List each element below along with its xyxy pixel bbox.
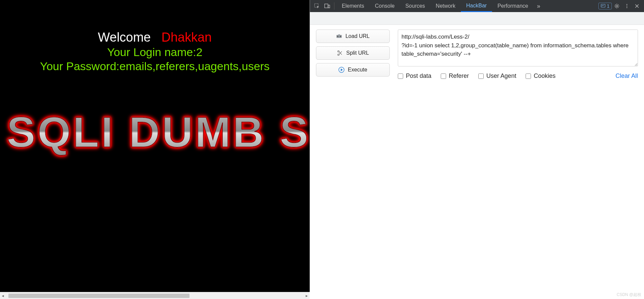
devtools-panel: Elements Console Sources Network HackBar…	[310, 0, 644, 292]
post-data-option[interactable]: Post data	[398, 72, 431, 80]
hackbar-options-row: Post data Referer User Agent Cookie	[398, 72, 638, 80]
scroll-thumb[interactable]	[8, 294, 190, 298]
svg-rect-1	[325, 4, 328, 8]
svg-rect-3	[601, 4, 605, 7]
svg-point-4	[616, 5, 618, 7]
svg-point-12	[338, 51, 339, 52]
tab-performance[interactable]: Performance	[492, 0, 534, 12]
more-tabs-icon[interactable]: »	[534, 1, 544, 11]
hackbar-pane: Load URL Split URL Execute	[310, 25, 644, 82]
watermark: CSDN @超枝	[616, 292, 641, 298]
url-textarea[interactable]	[398, 30, 638, 66]
separator	[334, 2, 334, 10]
cookies-label: Cookies	[534, 72, 555, 80]
load-url-button[interactable]: Load URL	[316, 30, 390, 43]
welcome-label: Welcome	[98, 30, 151, 44]
kebab-menu-icon[interactable]	[622, 1, 632, 11]
tab-sources[interactable]: Sources	[400, 0, 430, 12]
messages-count: 1	[607, 3, 609, 9]
devtools-header: Elements Console Sources Network HackBar…	[310, 0, 644, 12]
referer-checkbox[interactable]	[441, 73, 446, 79]
tab-hackbar[interactable]: HackBar	[461, 0, 492, 12]
cookies-option[interactable]: Cookies	[526, 72, 555, 80]
devtools-tabs: Elements Console Sources Network HackBar…	[336, 0, 544, 12]
svg-point-7	[627, 7, 628, 8]
welcome-line: Welcome Dhakkan	[0, 30, 310, 45]
load-url-icon	[336, 33, 342, 39]
scroll-left-arrow[interactable]: ◄	[0, 293, 6, 299]
user-agent-checkbox[interactable]	[478, 73, 484, 79]
tab-console[interactable]: Console	[370, 0, 400, 12]
hackbar-button-column: Load URL Split URL Execute	[316, 30, 390, 80]
horizontal-scrollbar[interactable]: ◄ ►	[0, 292, 310, 299]
svg-rect-11	[338, 34, 340, 35]
hackbar-toolbar-strip	[310, 12, 644, 25]
split-url-icon	[337, 50, 343, 56]
sqli-banner: SQLI DUMB S	[7, 107, 310, 157]
tab-elements[interactable]: Elements	[336, 0, 370, 12]
svg-point-9	[337, 36, 338, 37]
post-data-checkbox[interactable]	[398, 73, 403, 79]
svg-point-10	[340, 36, 341, 37]
login-name-line: Your Login name:2	[0, 46, 310, 59]
messages-badge[interactable]: 1	[598, 3, 612, 9]
close-devtools-icon[interactable]	[632, 1, 642, 11]
rendered-page: Welcome Dhakkan Your Login name:2 Your P…	[0, 0, 310, 292]
load-url-label: Load URL	[345, 33, 370, 39]
split-url-button[interactable]: Split URL	[316, 46, 390, 60]
user-agent-label: User Agent	[486, 72, 516, 80]
welcome-name: Dhakkan	[161, 30, 212, 44]
execute-icon	[338, 67, 344, 73]
referer-option[interactable]: Referer	[441, 72, 469, 80]
execute-button[interactable]: Execute	[316, 63, 390, 77]
scroll-track[interactable]	[6, 293, 304, 298]
execute-label: Execute	[348, 67, 367, 73]
devtools-body: Load URL Split URL Execute	[310, 12, 644, 292]
svg-rect-2	[328, 5, 330, 8]
cookies-checkbox[interactable]	[526, 73, 531, 79]
split-url-label: Split URL	[346, 50, 369, 56]
clear-all-link[interactable]: Clear All	[615, 72, 638, 80]
referer-label: Referer	[449, 72, 469, 80]
svg-point-5	[627, 4, 628, 5]
settings-icon[interactable]	[612, 1, 622, 11]
post-data-label: Post data	[406, 72, 431, 80]
tab-network[interactable]: Network	[430, 0, 461, 12]
user-agent-option[interactable]: User Agent	[478, 72, 516, 80]
scroll-right-arrow[interactable]: ►	[304, 293, 310, 299]
svg-point-6	[627, 6, 628, 7]
svg-point-13	[338, 54, 339, 55]
device-toolbar-icon[interactable]	[322, 1, 332, 11]
inspect-element-icon[interactable]	[312, 1, 322, 11]
password-line: Your Password:emails,referers,uagents,us…	[0, 60, 310, 73]
